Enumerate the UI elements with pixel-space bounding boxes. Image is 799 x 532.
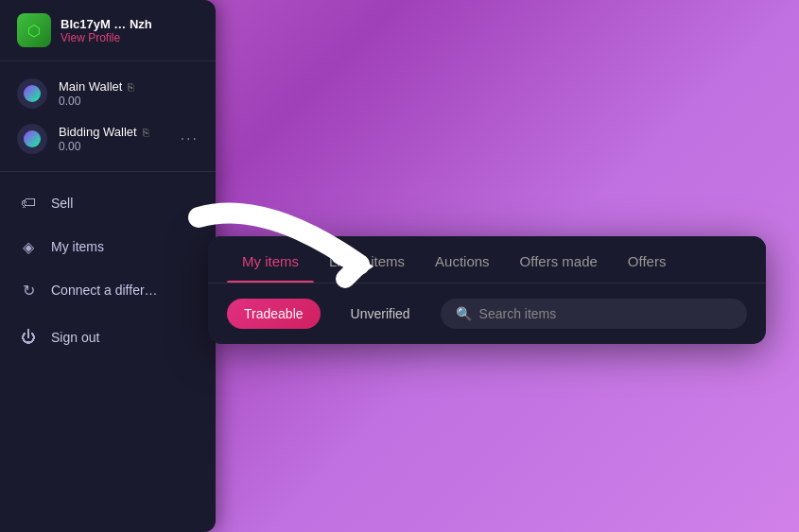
bidding-wallet-name: Bidding Wallet [59, 125, 137, 139]
user-info: BIc17yM … Nzh View Profile [61, 17, 152, 44]
main-wallet-item: Main Wallet ⎘ 0.00 [17, 71, 199, 116]
sidebar-top: ⬡ BIc17yM … Nzh View Profile [0, 0, 216, 61]
solana-logo-2 [24, 130, 41, 147]
bidding-wallet-details: Bidding Wallet ⎘ 0.00 [59, 125, 169, 153]
wallet-section: Main Wallet ⎘ 0.00 Bidding Wallet ⎘ 0.00… [0, 61, 216, 172]
tab-auctions[interactable]: Auctions [420, 236, 505, 283]
tradeable-filter-button[interactable]: Tradeable [227, 299, 321, 329]
connect-icon: ↻ [19, 281, 38, 300]
username: BIc17yM … Nzh [61, 17, 152, 31]
search-box: 🔍 [441, 299, 747, 329]
user-row: ⬡ BIc17yM … Nzh View Profile [17, 13, 199, 47]
tabs-row: My items Listed items Auctions Offers ma… [208, 236, 766, 283]
sidebar-item-connect[interactable]: ↻ Connect a differ… [0, 268, 216, 312]
main-wallet-details: Main Wallet ⎘ 0.00 [59, 79, 199, 108]
bidding-wallet-balance: 0.00 [59, 140, 169, 153]
main-panel: My items Listed items Auctions Offers ma… [208, 236, 766, 344]
search-input[interactable] [479, 306, 732, 321]
solana-logo [24, 85, 41, 102]
bidding-wallet-name-row: Bidding Wallet ⎘ [59, 125, 169, 139]
sidebar-nav: 🏷 Sell ◈ My items ↻ Connect a differ… ⏻ … [0, 172, 216, 369]
search-icon: 🔍 [456, 306, 472, 321]
sell-icon: 🏷 [19, 194, 38, 213]
signout-icon: ⏻ [19, 328, 38, 347]
avatar: ⬡ [17, 13, 51, 47]
sidebar-connect-label: Connect a differ… [51, 283, 158, 298]
bidding-wallet-copy-icon[interactable]: ⎘ [143, 127, 149, 138]
sidebar-item-sell[interactable]: 🏷 Sell [0, 181, 216, 225]
bidding-wallet-item: Bidding Wallet ⎘ 0.00 ··· [17, 116, 199, 162]
bidding-wallet-icon [17, 124, 47, 154]
sidebar-item-signout[interactable]: ⏻ Sign out [0, 316, 216, 359]
unverified-filter-button[interactable]: Unverified [334, 299, 427, 329]
main-wallet-balance: 0.00 [59, 94, 199, 108]
view-profile-link[interactable]: View Profile [61, 31, 152, 44]
tab-my-items[interactable]: My items [227, 236, 314, 283]
tab-listed-items[interactable]: Listed items [314, 236, 420, 283]
main-wallet-copy-icon[interactable]: ⎘ [128, 81, 134, 93]
sidebar-signout-label: Sign out [51, 330, 99, 345]
sidebar-item-my-items[interactable]: ◈ My items [0, 225, 216, 268]
wallet-menu-dots[interactable]: ··· [181, 130, 199, 147]
my-items-icon: ◈ [19, 237, 38, 256]
sidebar-my-items-label: My items [51, 239, 104, 254]
tab-offers-made[interactable]: Offers made [505, 236, 613, 283]
main-wallet-name: Main Wallet [59, 79, 122, 94]
tab-offers[interactable]: Offers [613, 236, 682, 283]
sidebar: ⬡ BIc17yM … Nzh View Profile Main Wallet… [0, 0, 216, 532]
main-wallet-icon [17, 78, 47, 109]
sidebar-sell-label: Sell [51, 196, 73, 211]
main-wallet-name-row: Main Wallet ⎘ [59, 79, 199, 94]
filters-row: Tradeable Unverified 🔍 [208, 283, 766, 344]
